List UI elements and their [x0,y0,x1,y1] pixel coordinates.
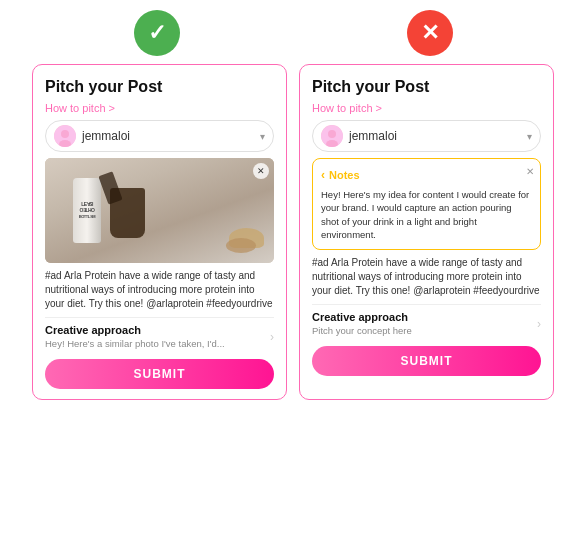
left-image-placeholder: LE∀SI O∃LHO BOTTL SM [45,158,274,263]
right-creative-approach[interactable]: Creative approach Pitch your concept her… [312,304,541,336]
right-card-title: Pitch your Post [312,77,541,96]
notes-close-button[interactable]: ✕ [526,165,534,179]
right-chevron-down-icon: ▾ [527,131,532,142]
left-card-title: Pitch your Post [45,77,274,96]
correct-icon: ✓ [134,10,180,56]
left-creative-content: Creative approach Hey! Here's a similar … [45,324,225,349]
left-username: jemmaloi [82,129,130,143]
right-card: Pitch your Post How to pitch > jemmaloi … [299,64,554,400]
left-card: Pitch your Post How to pitch > jemmaloi … [32,64,287,400]
left-submit-button[interactable]: SUBMIT [45,359,274,389]
left-avatar [54,125,76,147]
right-creative-chevron-icon: › [537,317,541,331]
left-post-text: #ad Arla Protein have a wide range of ta… [45,269,274,311]
cards-container: Pitch your Post How to pitch > jemmaloi … [20,64,566,400]
right-username: jemmaloi [349,129,397,143]
left-creative-label: Creative approach [45,324,225,336]
notes-chevron-icon: ‹ [321,167,325,184]
notes-text: Hey! Here's my idea for content I would … [321,188,532,241]
right-submit-button[interactable]: SUBMIT [312,346,541,376]
right-how-to-pitch[interactable]: How to pitch > [312,102,541,114]
left-creative-chevron-icon: › [270,330,274,344]
svg-point-1 [61,130,69,138]
right-user-info: jemmaloi [321,125,397,147]
left-image: LE∀SI O∃LHO BOTTL SM ✕ [45,158,274,263]
left-creative-text: Hey! Here's a similar photo I've taken, … [45,338,225,349]
right-creative-label: Creative approach [312,311,412,323]
svg-point-4 [328,130,336,138]
notes-label: Notes [329,168,360,183]
right-user-row[interactable]: jemmaloi ▾ [312,120,541,152]
left-how-to-pitch[interactable]: How to pitch > [45,102,274,114]
right-creative-content: Creative approach Pitch your concept her… [312,311,412,336]
top-icons: ✓ ✕ [20,10,566,56]
right-creative-text: Pitch your concept here [312,325,412,336]
left-creative-approach[interactable]: Creative approach Hey! Here's a similar … [45,317,274,349]
left-chevron-down-icon: ▾ [260,131,265,142]
left-user-info: jemmaloi [54,125,130,147]
right-avatar [321,125,343,147]
wrong-icon: ✕ [407,10,453,56]
notes-overlay: ‹ Notes ✕ Hey! Here's my idea for conten… [312,158,541,250]
notes-header: ‹ Notes [321,167,532,184]
right-post-text: #ad Arla Protein have a wide range of ta… [312,256,541,298]
can-shape: LE∀SI O∃LHO BOTTL SM [73,178,101,243]
left-user-row[interactable]: jemmaloi ▾ [45,120,274,152]
